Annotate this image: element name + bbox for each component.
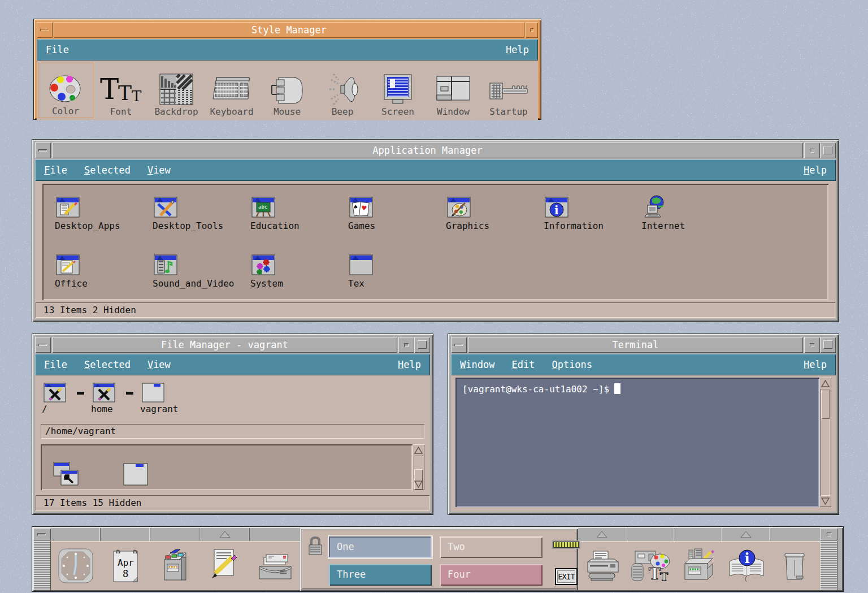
go-up-icon[interactable] <box>51 459 81 488</box>
menu-help[interactable]: Help <box>398 359 421 370</box>
panel-application-manager[interactable] <box>674 541 722 590</box>
svg-text:8: 8 <box>123 568 128 579</box>
exit-button[interactable]: EXIT <box>555 568 578 585</box>
menu-edit[interactable]: Edit <box>511 359 535 370</box>
panel-clock[interactable] <box>51 541 101 590</box>
svg-text:T: T <box>660 570 668 583</box>
style-manager-icon: T T <box>630 548 671 584</box>
style-item-keyboard[interactable]: Keyboard <box>204 63 259 118</box>
scroll-up-button[interactable] <box>414 445 423 455</box>
scrollbar-thumb[interactable] <box>821 389 830 419</box>
minimize-button[interactable] <box>804 142 820 158</box>
menu-help[interactable]: Help <box>506 44 529 55</box>
folder-graphics[interactable]: Graphics <box>446 195 544 244</box>
window-title[interactable]: Terminal <box>468 337 803 353</box>
panel-mail[interactable] <box>250 541 300 590</box>
lock-icon[interactable] <box>306 535 324 558</box>
menu-help[interactable]: Help <box>804 359 827 370</box>
minimize-button[interactable] <box>526 22 538 38</box>
window-title[interactable]: File Manager - vagrant <box>52 337 397 353</box>
style-item-window[interactable]: Window <box>426 63 481 118</box>
path-iconic: / home <box>35 375 430 423</box>
window-menu-button[interactable] <box>35 142 51 158</box>
menu-selected[interactable]: Selected <box>84 165 131 176</box>
menu-file[interactable]: File <box>44 165 67 176</box>
subpanel-arrow-icon[interactable] <box>219 531 231 539</box>
folder-icon <box>55 195 81 219</box>
style-item-screen[interactable]: Screen <box>370 63 426 118</box>
terminal-screen[interactable]: [vagrant@wks-ca-ut1a002 ~]$ <box>455 378 819 507</box>
maximize-icon <box>823 146 832 154</box>
panel-style-manager[interactable]: T T <box>626 541 674 590</box>
menu-view[interactable]: View <box>147 359 171 370</box>
subpanel-slot <box>250 528 300 541</box>
maximize-button[interactable] <box>820 337 836 353</box>
scroll-down-button[interactable] <box>414 479 423 489</box>
folder-desktop-tools[interactable]: Desktop_Tools <box>153 195 250 244</box>
scroll-up-button[interactable] <box>821 379 830 388</box>
folder-system[interactable]: System <box>250 253 348 301</box>
style-item-startup[interactable]: Startup <box>481 63 536 118</box>
style-item-backdrop[interactable]: Backdrop <box>149 63 204 118</box>
panel-calendar[interactable]: Apr 8 <box>101 541 150 590</box>
path-folder-root[interactable]: / <box>42 380 77 414</box>
folder-information[interactable]: i Information <box>544 195 641 244</box>
menu-file[interactable]: File <box>46 44 69 55</box>
workspace-two-button[interactable]: Two <box>440 536 542 558</box>
panel-printer[interactable] <box>578 541 626 590</box>
subpanel-slot <box>578 528 626 541</box>
panel-menu-button-right[interactable] <box>820 528 837 540</box>
folder-internet[interactable]: Internet <box>641 195 739 244</box>
path-folder-vagrant[interactable]: vagrant <box>133 380 181 414</box>
menu-window[interactable]: Window <box>460 359 494 370</box>
panel-help[interactable]: i <box>722 541 770 590</box>
panel-trash[interactable] <box>770 541 818 590</box>
panel-notepad[interactable] <box>200 541 250 590</box>
menu-view[interactable]: View <box>147 165 171 176</box>
style-item-color[interactable]: Color <box>38 63 93 118</box>
panel-menu-icon <box>37 533 46 535</box>
maximize-button[interactable] <box>820 142 836 158</box>
window-menu-button[interactable] <box>451 337 467 353</box>
minimize-button[interactable] <box>804 337 820 353</box>
style-item-mouse[interactable]: Mouse <box>259 63 315 118</box>
subpanel-arrow-icon[interactable] <box>740 531 752 539</box>
svg-text:i: i <box>554 204 559 217</box>
window-menu-button[interactable] <box>37 22 53 38</box>
folder-games[interactable]: ♠ ♥ Games <box>348 195 446 244</box>
panel-menu-button[interactable] <box>33 528 51 540</box>
path-input[interactable]: /home/vagrant <box>41 424 424 439</box>
folder-icon: ♠ ♥ <box>348 195 374 219</box>
folder-icon[interactable] <box>121 460 150 487</box>
subpanel-arrow-icon[interactable] <box>596 531 607 539</box>
window-title[interactable]: Application Manager <box>52 142 803 158</box>
workspace-one-button[interactable]: One <box>329 536 432 558</box>
window-menu-icon <box>40 29 49 31</box>
menu-options[interactable]: Options <box>552 359 592 370</box>
menu-help[interactable]: Help <box>804 165 827 176</box>
folder-tex[interactable]: Tex <box>348 253 446 301</box>
folder-sound-and-video[interactable]: Sound_and_Video <box>153 253 250 301</box>
window-menu-button[interactable] <box>35 337 51 353</box>
scroll-down-button[interactable] <box>821 496 830 506</box>
panel-handle-right[interactable] <box>820 541 837 590</box>
svg-text:T: T <box>100 73 119 106</box>
style-manager-window: Style Manager File Help Color T <box>33 19 541 120</box>
workspace-four-button[interactable]: Four <box>440 564 542 586</box>
folder-desktop-apps[interactable]: Desktop_Apps <box>55 195 153 244</box>
path-folder-home[interactable]: home <box>84 380 126 414</box>
panel-handle-left[interactable] <box>33 541 51 590</box>
maximize-button[interactable] <box>414 337 430 353</box>
vertical-scrollbar[interactable] <box>819 378 831 507</box>
menu-selected[interactable]: Selected <box>84 359 131 370</box>
folder-office[interactable]: Office <box>55 253 153 301</box>
style-item-beep[interactable]: Beep <box>315 63 370 118</box>
menu-file[interactable]: File <box>44 359 67 370</box>
panel-file-cabinet[interactable] <box>150 541 200 590</box>
vertical-scrollbar[interactable] <box>413 444 424 490</box>
minimize-button[interactable] <box>398 337 414 353</box>
workspace-three-button[interactable]: Three <box>329 564 432 586</box>
window-title[interactable]: Style Manager <box>54 22 524 38</box>
folder-education[interactable]: abc Education <box>250 195 348 244</box>
style-item-font[interactable]: T T T Font <box>93 63 149 118</box>
